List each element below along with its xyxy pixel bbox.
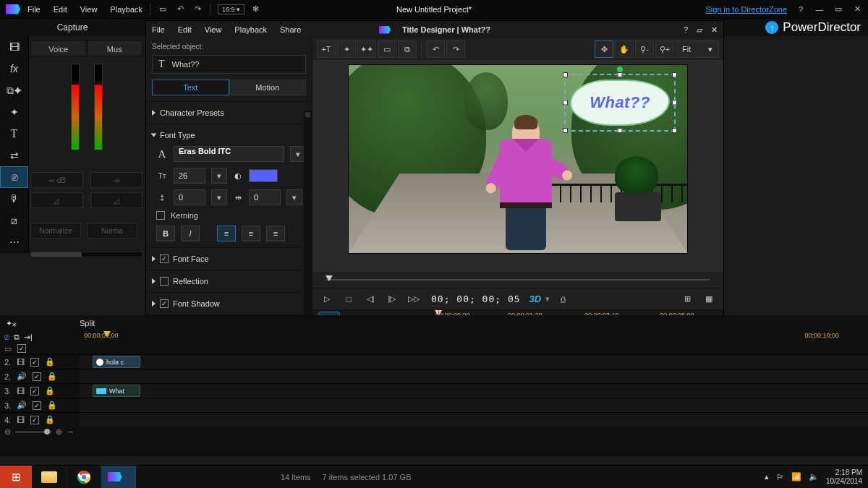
subtitle-room-icon[interactable]: ⋯ bbox=[0, 231, 28, 253]
track-visible-checkbox[interactable] bbox=[33, 401, 41, 410]
dlg-menu-playback[interactable]: Playback bbox=[234, 25, 267, 34]
redo-icon[interactable]: ↷ bbox=[192, 4, 203, 14]
lock-icon[interactable]: 🔒 bbox=[47, 372, 57, 381]
minimize-icon[interactable]: — bbox=[814, 4, 825, 14]
bold-button[interactable]: B bbox=[156, 226, 175, 241]
save-icon[interactable]: ▭ bbox=[158, 4, 168, 14]
capture-tab[interactable]: Capture bbox=[0, 22, 145, 33]
resize-handle[interactable] bbox=[563, 100, 568, 106]
undo-button[interactable]: ↶ bbox=[426, 40, 445, 58]
preview-scrub-slider[interactable] bbox=[318, 273, 718, 286]
rotation-handle[interactable] bbox=[617, 67, 623, 72]
dlg-menu-file[interactable]: File bbox=[152, 25, 165, 34]
group-font-face[interactable]: Font Face bbox=[152, 252, 306, 265]
normalize-button-2[interactable]: Norma bbox=[87, 223, 137, 239]
next-frame-button[interactable]: |▷ bbox=[383, 291, 401, 307]
align-center-button[interactable]: ≡ bbox=[242, 226, 260, 241]
tab-motion[interactable]: Motion bbox=[229, 80, 307, 95]
zoom-fit-dropdown[interactable]: Fit▾ bbox=[676, 40, 719, 58]
mixer-scrollbar[interactable] bbox=[30, 252, 142, 257]
tl-options-icon[interactable]: ▭ bbox=[4, 344, 12, 354]
dlg-menu-edit[interactable]: Edit bbox=[178, 25, 192, 34]
redo-button[interactable]: ↷ bbox=[446, 40, 465, 58]
tray-volume-icon[interactable]: 🔈 bbox=[809, 472, 819, 481]
italic-button[interactable]: I bbox=[181, 226, 200, 241]
line-spacing-dropdown[interactable]: ▾ bbox=[211, 189, 227, 205]
group-font-shadow[interactable]: Font Shadow bbox=[152, 297, 306, 310]
lock-icon[interactable]: 🔒 bbox=[45, 415, 55, 424]
group-reflection[interactable]: Reflection bbox=[152, 275, 306, 288]
task-chrome[interactable] bbox=[67, 466, 101, 489]
kerning-checkbox[interactable] bbox=[156, 211, 165, 220]
menu-edit[interactable]: Edit bbox=[54, 5, 67, 14]
dlg-help-icon[interactable]: ? bbox=[684, 25, 688, 35]
zoom-in-icon[interactable]: ⊕ bbox=[56, 427, 62, 437]
media-room-icon[interactable]: 🎞 bbox=[0, 36, 28, 58]
dlg-close-icon[interactable]: ✕ bbox=[711, 25, 718, 35]
track-visible-checkbox[interactable] bbox=[30, 416, 39, 424]
transition-room-icon[interactable]: ⇄ bbox=[0, 145, 28, 166]
prev-frame-button[interactable]: ◁| bbox=[362, 291, 379, 307]
move-tool-icon[interactable]: ✥ bbox=[595, 40, 613, 58]
safe-zone-icon[interactable]: ⊞ bbox=[678, 291, 696, 307]
font-size-dropdown[interactable]: ▾ bbox=[211, 168, 227, 184]
maximize-icon[interactable]: ▭ bbox=[833, 4, 843, 14]
split-button[interactable]: Split bbox=[80, 319, 95, 328]
resize-handle[interactable] bbox=[672, 72, 677, 77]
voice-tab[interactable]: Voice bbox=[30, 40, 87, 56]
fast-forward-button[interactable]: ▷▷ bbox=[405, 291, 422, 307]
reflection-checkbox[interactable] bbox=[160, 277, 169, 286]
align-right-button[interactable]: ≡ bbox=[266, 226, 285, 241]
zoom-out-icon[interactable]: ⚲- bbox=[635, 40, 654, 58]
dlg-menu-view[interactable]: View bbox=[205, 25, 222, 34]
taskbar-clock[interactable]: 2:18 PM 10/24/2014 bbox=[826, 468, 864, 486]
task-file-explorer[interactable] bbox=[32, 466, 67, 489]
group-font-type[interactable]: Font Type bbox=[152, 129, 306, 142]
track-visible-checkbox[interactable] bbox=[30, 358, 39, 367]
music-tab[interactable]: Mus bbox=[87, 40, 143, 56]
task-powerdirector[interactable] bbox=[101, 466, 136, 489]
sign-in-link[interactable]: Sign in to DirectorZone bbox=[706, 5, 788, 14]
pan-right[interactable]: ◿ bbox=[90, 192, 143, 208]
grid-icon[interactable]: ▦ bbox=[700, 291, 718, 307]
resize-handle[interactable] bbox=[672, 100, 677, 106]
magic-tools-icon[interactable]: ✦⁎ bbox=[6, 319, 17, 328]
tray-network-icon[interactable]: 📶 bbox=[791, 472, 801, 481]
three-d-toggle[interactable]: 3D bbox=[529, 294, 542, 304]
menu-view[interactable]: View bbox=[80, 5, 98, 14]
snapshot-button[interactable]: ⎙ bbox=[554, 291, 571, 307]
char-spacing-input[interactable]: 0 bbox=[249, 189, 281, 205]
preview-stage[interactable]: What?? bbox=[312, 60, 723, 272]
resize-handle[interactable] bbox=[672, 128, 677, 133]
gain-left[interactable]: -∞ dB bbox=[30, 172, 83, 188]
zoom-fit-icon[interactable]: ↔ bbox=[67, 427, 75, 436]
dlg-restore-icon[interactable]: ▱ bbox=[697, 25, 702, 35]
insert-title-icon[interactable]: +T bbox=[317, 40, 336, 58]
voiceover-room-icon[interactable]: 🎙 bbox=[0, 188, 28, 210]
undo-icon[interactable]: ↶ bbox=[175, 4, 185, 14]
fx-room-icon[interactable]: fx bbox=[0, 58, 28, 80]
resize-handle[interactable] bbox=[618, 128, 623, 133]
insert-pip-icon[interactable]: ✦✦ bbox=[357, 40, 376, 58]
menu-file[interactable]: File bbox=[27, 5, 41, 14]
selected-object-field[interactable]: T What?? bbox=[152, 55, 306, 74]
resize-handle[interactable] bbox=[563, 72, 568, 77]
normalize-button[interactable]: Normalize bbox=[30, 223, 81, 239]
dlg-menu-share[interactable]: Share bbox=[280, 25, 301, 34]
font-face-checkbox[interactable] bbox=[160, 254, 169, 263]
pan-left[interactable]: ◿ bbox=[30, 192, 83, 208]
master-visible-checkbox[interactable] bbox=[17, 344, 26, 353]
font-shadow-checkbox[interactable] bbox=[160, 299, 169, 308]
char-spacing-dropdown[interactable]: ▾ bbox=[286, 189, 302, 205]
tab-text[interactable]: Text bbox=[152, 80, 229, 95]
tl-marker-icon[interactable]: ⇥| bbox=[24, 333, 33, 342]
clip-hola[interactable]: hola c bbox=[93, 356, 140, 368]
gain-right[interactable]: -∞ bbox=[90, 172, 143, 188]
resize-handle[interactable] bbox=[563, 128, 568, 133]
timecode-display[interactable]: 00; 00; 00; 05 bbox=[431, 294, 521, 304]
tray-action-center-icon[interactable]: 🏳 bbox=[776, 473, 784, 481]
close-icon[interactable]: ✕ bbox=[852, 4, 862, 14]
lock-icon[interactable]: 🔒 bbox=[47, 401, 57, 410]
insert-particle-icon[interactable]: ✦ bbox=[337, 40, 356, 58]
tray-expand-icon[interactable]: ▴ bbox=[765, 472, 769, 481]
